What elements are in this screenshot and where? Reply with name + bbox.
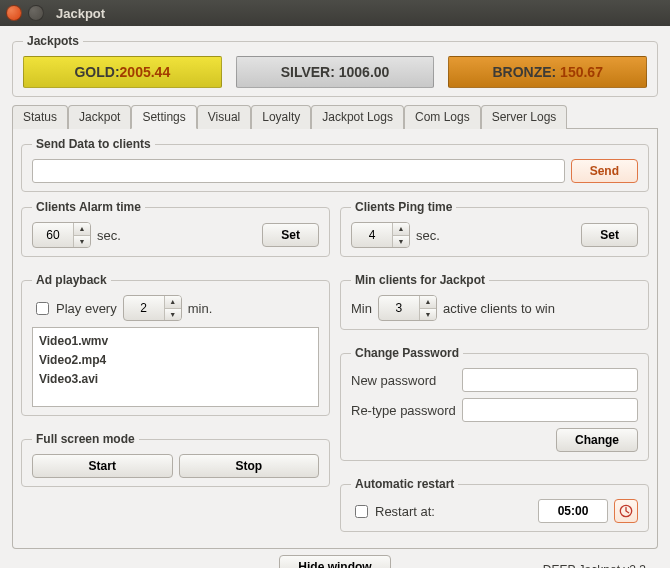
- titlebar: Jackpot: [0, 0, 670, 26]
- tab-settings[interactable]: Settings: [131, 105, 196, 129]
- min-clients-group: Min clients for Jackpot Min ▲ ▼ active c…: [340, 273, 649, 330]
- list-item[interactable]: Video1.wmv: [39, 332, 312, 351]
- ad-legend: Ad playback: [32, 273, 111, 287]
- restart-time-input[interactable]: [538, 499, 608, 523]
- restart-checkbox[interactable]: [355, 505, 368, 518]
- new-password-label: New password: [351, 373, 456, 388]
- fullscreen-group: Full screen mode Start Stop: [21, 432, 330, 487]
- chevron-up-icon[interactable]: ▲: [165, 296, 181, 309]
- alarm-unit: sec.: [97, 228, 121, 243]
- tab-status[interactable]: Status: [12, 105, 68, 129]
- ping-value[interactable]: [352, 223, 392, 247]
- new-password-input[interactable]: [462, 368, 638, 392]
- ping-unit: sec.: [416, 228, 440, 243]
- chevron-down-icon[interactable]: ▼: [74, 236, 90, 248]
- password-legend: Change Password: [351, 346, 463, 360]
- restart-legend: Automatic restart: [351, 477, 458, 491]
- video-listbox[interactable]: Video1.wmv Video2.mp4 Video3.avi: [32, 327, 319, 407]
- min-suffix: active clients to win: [443, 301, 555, 316]
- minimize-icon[interactable]: [28, 5, 44, 21]
- clock-button[interactable]: [614, 499, 638, 523]
- min-prefix: Min: [351, 301, 372, 316]
- gold-label: GOLD:: [74, 64, 119, 80]
- list-item[interactable]: Video2.mp4: [39, 351, 312, 370]
- ad-group: Ad playback Play every ▲ ▼: [21, 273, 330, 416]
- retype-password-label: Re-type password: [351, 403, 456, 418]
- chevron-down-icon[interactable]: ▼: [393, 236, 409, 248]
- min-clients-value[interactable]: [379, 296, 419, 320]
- chevron-up-icon[interactable]: ▲: [74, 223, 90, 236]
- password-group: Change Password New password Re-type pas…: [340, 346, 649, 461]
- jackpots-legend: Jackpots: [23, 34, 83, 48]
- chevron-down-icon[interactable]: ▼: [420, 309, 436, 321]
- alarm-spinner[interactable]: ▲ ▼: [32, 222, 91, 248]
- gold-value: 2005.44: [120, 64, 171, 80]
- chevron-up-icon[interactable]: ▲: [420, 296, 436, 309]
- bronze-label: BRONZE:: [492, 64, 556, 80]
- send-data-group: Send Data to clients Send: [21, 137, 649, 192]
- close-icon[interactable]: [6, 5, 22, 21]
- play-every-text: Play every: [56, 301, 117, 316]
- footer: Hide window DEEP Jackpot v2.3: [12, 555, 658, 568]
- list-item[interactable]: Video3.avi: [39, 370, 312, 389]
- change-button[interactable]: Change: [556, 428, 638, 452]
- send-data-legend: Send Data to clients: [32, 137, 155, 151]
- jackpots-group: Jackpots GOLD:2005.44 SILVER: 1006.00 BR…: [12, 34, 658, 97]
- brand-label: DEEP Jackpot v2.3: [543, 563, 646, 568]
- restart-group: Automatic restart Restart at:: [340, 477, 649, 532]
- hide-window-button[interactable]: Hide window: [279, 555, 390, 568]
- tab-loyalty[interactable]: Loyalty: [251, 105, 311, 129]
- send-button[interactable]: Send: [571, 159, 638, 183]
- alarm-legend: Clients Alarm time: [32, 200, 145, 214]
- retype-password-input[interactable]: [462, 398, 638, 422]
- restart-label: Restart at:: [375, 504, 435, 519]
- ad-interval-spinner[interactable]: ▲ ▼: [123, 295, 182, 321]
- ping-set-button[interactable]: Set: [581, 223, 638, 247]
- bronze-badge: BRONZE: 150.67: [448, 56, 647, 88]
- alarm-set-button[interactable]: Set: [262, 223, 319, 247]
- stop-button[interactable]: Stop: [179, 454, 320, 478]
- ping-legend: Clients Ping time: [351, 200, 456, 214]
- ping-group: Clients Ping time ▲ ▼ sec. Set: [340, 200, 649, 257]
- bronze-value: 150.67: [560, 64, 603, 80]
- alarm-value[interactable]: [33, 223, 73, 247]
- start-button[interactable]: Start: [32, 454, 173, 478]
- tab-jackpot-logs[interactable]: Jackpot Logs: [311, 105, 404, 129]
- ad-unit: min.: [188, 301, 213, 316]
- fullscreen-legend: Full screen mode: [32, 432, 139, 446]
- silver-value: 1006.00: [339, 64, 390, 80]
- tab-jackpot[interactable]: Jackpot: [68, 105, 131, 129]
- gold-badge: GOLD:2005.44: [23, 56, 222, 88]
- silver-label: SILVER:: [281, 64, 335, 80]
- chevron-up-icon[interactable]: ▲: [393, 223, 409, 236]
- silver-badge: SILVER: 1006.00: [236, 56, 435, 88]
- tab-com-logs[interactable]: Com Logs: [404, 105, 481, 129]
- send-data-input[interactable]: [32, 159, 565, 183]
- restart-checkbox-label[interactable]: Restart at:: [351, 502, 435, 521]
- clock-icon: [619, 504, 633, 518]
- tab-server-logs[interactable]: Server Logs: [481, 105, 568, 129]
- settings-panel: Send Data to clients Send Clients Alarm …: [12, 129, 658, 549]
- ping-spinner[interactable]: ▲ ▼: [351, 222, 410, 248]
- min-clients-legend: Min clients for Jackpot: [351, 273, 489, 287]
- window-title: Jackpot: [56, 6, 105, 21]
- alarm-group: Clients Alarm time ▲ ▼ sec. Set: [21, 200, 330, 257]
- play-every-checkbox[interactable]: [36, 302, 49, 315]
- play-every-checkbox-label[interactable]: Play every: [32, 299, 117, 318]
- tabs: Status Jackpot Settings Visual Loyalty J…: [12, 105, 658, 129]
- chevron-down-icon[interactable]: ▼: [165, 309, 181, 321]
- min-clients-spinner[interactable]: ▲ ▼: [378, 295, 437, 321]
- ad-interval-value[interactable]: [124, 296, 164, 320]
- tab-visual[interactable]: Visual: [197, 105, 251, 129]
